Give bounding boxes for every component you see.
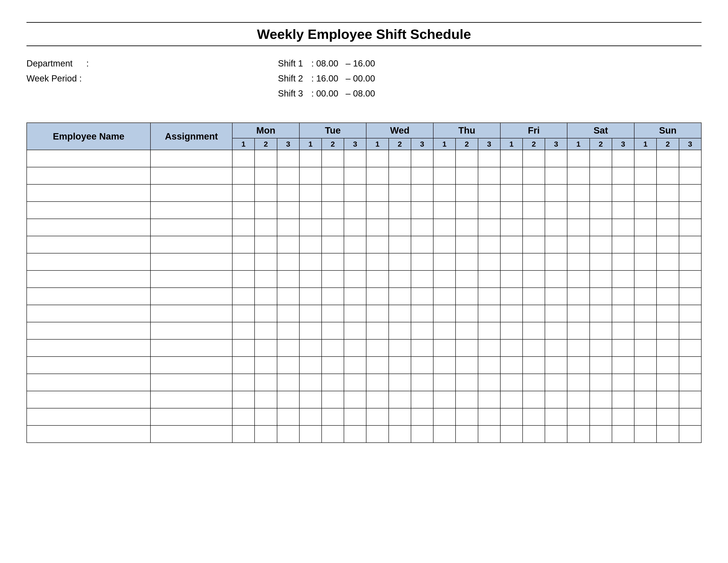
cell-shift[interactable] (344, 167, 366, 184)
cell-shift[interactable] (255, 426, 277, 443)
cell-shift[interactable] (679, 322, 701, 339)
cell-shift[interactable] (411, 322, 433, 339)
cell-shift[interactable] (411, 357, 433, 374)
cell-shift[interactable] (523, 236, 545, 253)
cell-shift[interactable] (389, 201, 411, 219)
cell-shift[interactable] (344, 150, 366, 167)
cell-shift[interactable] (590, 339, 612, 357)
cell-shift[interactable] (657, 305, 679, 322)
cell-shift[interactable] (344, 322, 366, 339)
cell-shift[interactable] (679, 219, 701, 236)
cell-shift[interactable] (679, 167, 701, 184)
cell-shift[interactable] (322, 150, 344, 167)
cell-shift[interactable] (277, 270, 299, 288)
cell-shift[interactable] (255, 288, 277, 305)
cell-shift[interactable] (299, 391, 322, 408)
cell-shift[interactable] (232, 150, 255, 167)
cell-assignment[interactable] (150, 253, 232, 270)
cell-employee-name[interactable] (27, 305, 150, 322)
cell-shift[interactable] (366, 322, 388, 339)
cell-shift[interactable] (567, 270, 589, 288)
cell-shift[interactable] (255, 357, 277, 374)
cell-employee-name[interactable] (27, 322, 150, 339)
cell-shift[interactable] (366, 167, 388, 184)
cell-shift[interactable] (456, 201, 478, 219)
cell-shift[interactable] (478, 167, 500, 184)
cell-shift[interactable] (545, 339, 567, 357)
cell-shift[interactable] (344, 305, 366, 322)
cell-shift[interactable] (255, 270, 277, 288)
cell-shift[interactable] (322, 201, 344, 219)
cell-shift[interactable] (344, 270, 366, 288)
cell-shift[interactable] (590, 201, 612, 219)
cell-shift[interactable] (299, 270, 322, 288)
cell-shift[interactable] (612, 219, 634, 236)
cell-shift[interactable] (679, 270, 701, 288)
cell-shift[interactable] (456, 357, 478, 374)
cell-shift[interactable] (366, 270, 388, 288)
cell-assignment[interactable] (150, 357, 232, 374)
cell-shift[interactable] (634, 167, 657, 184)
cell-shift[interactable] (545, 201, 567, 219)
cell-shift[interactable] (389, 167, 411, 184)
cell-shift[interactable] (456, 253, 478, 270)
cell-shift[interactable] (612, 288, 634, 305)
cell-shift[interactable] (389, 305, 411, 322)
cell-shift[interactable] (478, 219, 500, 236)
cell-shift[interactable] (456, 322, 478, 339)
cell-shift[interactable] (500, 305, 523, 322)
cell-shift[interactable] (299, 374, 322, 391)
cell-shift[interactable] (299, 253, 322, 270)
cell-assignment[interactable] (150, 426, 232, 443)
cell-shift[interactable] (500, 357, 523, 374)
cell-shift[interactable] (478, 253, 500, 270)
cell-shift[interactable] (679, 253, 701, 270)
cell-shift[interactable] (590, 408, 612, 426)
cell-shift[interactable] (612, 167, 634, 184)
cell-shift[interactable] (478, 270, 500, 288)
cell-shift[interactable] (433, 408, 456, 426)
cell-shift[interactable] (232, 288, 255, 305)
cell-shift[interactable] (366, 253, 388, 270)
cell-shift[interactable] (433, 288, 456, 305)
cell-shift[interactable] (389, 253, 411, 270)
cell-shift[interactable] (277, 391, 299, 408)
cell-shift[interactable] (366, 201, 388, 219)
cell-shift[interactable] (366, 288, 388, 305)
cell-employee-name[interactable] (27, 150, 150, 167)
cell-shift[interactable] (523, 426, 545, 443)
cell-shift[interactable] (322, 167, 344, 184)
cell-shift[interactable] (523, 219, 545, 236)
cell-shift[interactable] (389, 219, 411, 236)
cell-shift[interactable] (299, 167, 322, 184)
cell-shift[interactable] (433, 236, 456, 253)
cell-shift[interactable] (322, 270, 344, 288)
cell-shift[interactable] (433, 374, 456, 391)
cell-employee-name[interactable] (27, 184, 150, 201)
cell-shift[interactable] (344, 374, 366, 391)
cell-shift[interactable] (277, 253, 299, 270)
cell-shift[interactable] (567, 339, 589, 357)
cell-shift[interactable] (545, 357, 567, 374)
cell-shift[interactable] (277, 426, 299, 443)
cell-shift[interactable] (344, 408, 366, 426)
cell-shift[interactable] (433, 322, 456, 339)
cell-shift[interactable] (299, 201, 322, 219)
cell-shift[interactable] (657, 408, 679, 426)
cell-assignment[interactable] (150, 408, 232, 426)
cell-shift[interactable] (255, 305, 277, 322)
cell-shift[interactable] (389, 357, 411, 374)
cell-shift[interactable] (344, 357, 366, 374)
cell-shift[interactable] (478, 305, 500, 322)
cell-shift[interactable] (545, 219, 567, 236)
cell-shift[interactable] (322, 236, 344, 253)
cell-shift[interactable] (478, 374, 500, 391)
cell-shift[interactable] (433, 339, 456, 357)
cell-shift[interactable] (545, 426, 567, 443)
cell-shift[interactable] (433, 184, 456, 201)
cell-shift[interactable] (389, 288, 411, 305)
cell-shift[interactable] (545, 253, 567, 270)
cell-shift[interactable] (478, 408, 500, 426)
cell-shift[interactable] (299, 288, 322, 305)
cell-shift[interactable] (433, 270, 456, 288)
